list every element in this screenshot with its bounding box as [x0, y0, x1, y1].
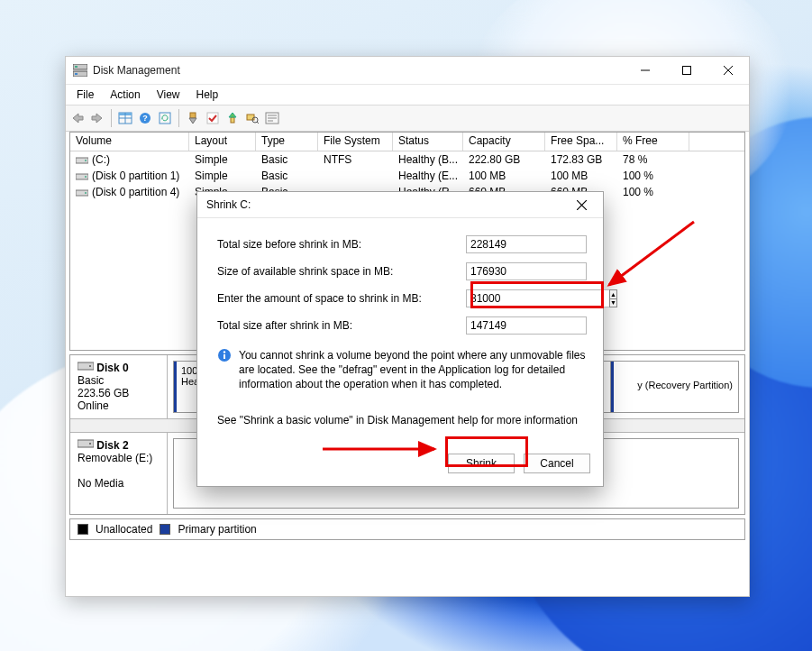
legend-swatch-primary: [160, 524, 170, 535]
desktop-background: Disk Management File Action View Help ?: [0, 0, 812, 651]
menu-action[interactable]: Action: [103, 86, 147, 104]
svg-rect-24: [78, 440, 94, 447]
up-icon[interactable]: [224, 110, 241, 126]
partition[interactable]: y (Recovery Partition): [611, 361, 739, 413]
svg-text:?: ?: [142, 114, 148, 123]
help-icon[interactable]: ?: [137, 110, 153, 126]
svg-rect-2: [75, 66, 78, 68]
forward-icon[interactable]: [89, 110, 105, 126]
label-available: Size of available shrink space in MB:: [217, 265, 466, 278]
col-volume[interactable]: Volume: [70, 133, 189, 151]
svg-point-23: [89, 365, 91, 367]
window-title: Disk Management: [93, 64, 180, 77]
disk-icon: [78, 438, 94, 449]
close-button[interactable]: [707, 57, 749, 84]
shrink-dialog: Shrink C: Total size before shrink in MB…: [196, 191, 604, 487]
svg-rect-11: [207, 113, 218, 124]
field-available: 176930: [466, 262, 587, 280]
table-header: Volume Layout Type File System Status Ca…: [70, 133, 744, 151]
legend: Unallocated Primary partition: [69, 518, 745, 540]
menu-help[interactable]: Help: [189, 86, 226, 104]
info-icon: [217, 348, 232, 362]
label-total-before: Total size before shrink in MB:: [217, 238, 466, 251]
view-list-icon[interactable]: [117, 110, 133, 126]
disk-icon: [78, 361, 94, 371]
drive-icon: [76, 188, 88, 198]
col-type[interactable]: Type: [256, 133, 318, 151]
properties-icon[interactable]: [264, 110, 280, 126]
svg-rect-4: [683, 67, 691, 75]
field-total-before: 228149: [466, 235, 587, 253]
toolbar: ?: [66, 105, 749, 132]
svg-rect-9: [160, 113, 170, 124]
svg-rect-10: [190, 113, 196, 118]
svg-point-21: [85, 192, 87, 194]
table-row[interactable]: (Disk 0 partition 1) Simple Basic Health…: [70, 168, 744, 184]
disk-title: Disk 0: [96, 362, 128, 374]
menu-file[interactable]: File: [69, 86, 101, 104]
col-free[interactable]: Free Spa...: [545, 133, 617, 151]
settings-icon[interactable]: [185, 110, 201, 126]
menubar: File Action View Help: [66, 85, 749, 105]
col-file-system[interactable]: File System: [318, 133, 393, 151]
dialog-titlebar[interactable]: Shrink C:: [197, 192, 603, 218]
spin-down-icon[interactable]: ▼: [610, 299, 616, 307]
maximize-button[interactable]: [666, 57, 707, 84]
shrink-button[interactable]: Shrink: [448, 454, 515, 473]
label-enter-amount: Enter the amount of space to shrink in M…: [217, 292, 466, 305]
svg-point-17: [85, 160, 87, 161]
refresh-icon[interactable]: [157, 110, 173, 126]
drive-icon: [76, 155, 88, 166]
spin-up-icon[interactable]: ▲: [610, 290, 616, 299]
svg-rect-22: [78, 362, 94, 370]
back-icon[interactable]: [69, 110, 86, 126]
label-total-after: Total size after shrink in MB:: [217, 319, 466, 332]
col-capacity[interactable]: Capacity: [463, 133, 545, 151]
svg-rect-3: [75, 73, 78, 75]
table-row[interactable]: (C:) Simple Basic NTFS Healthy (B... 222…: [70, 151, 744, 168]
svg-point-19: [85, 176, 87, 178]
dialog-close-button[interactable]: [569, 192, 594, 217]
dialog-title: Shrink C:: [206, 198, 251, 211]
cancel-button[interactable]: Cancel: [524, 454, 590, 473]
shrink-amount-stepper[interactable]: ▲ ▼: [466, 289, 587, 307]
col-layout[interactable]: Layout: [189, 133, 256, 151]
help-text: See "Shrink a basic volume" in Disk Mana…: [217, 414, 587, 426]
svg-rect-13: [247, 115, 254, 120]
info-text: You cannot shrink a volume beyond the po…: [239, 348, 587, 392]
legend-unallocated: Unallocated: [96, 523, 152, 536]
field-total-after: 147149: [466, 316, 587, 335]
titlebar[interactable]: Disk Management: [66, 57, 749, 85]
disk-title: Disk 2: [96, 439, 128, 452]
drive-icon: [76, 171, 88, 182]
check-icon[interactable]: [205, 110, 221, 126]
svg-rect-12: [231, 117, 234, 123]
minimize-button[interactable]: [625, 57, 666, 84]
col-pct-free[interactable]: % Free: [617, 133, 689, 151]
svg-point-28: [224, 351, 225, 353]
legend-primary: Primary partition: [178, 523, 256, 536]
menu-view[interactable]: View: [150, 86, 187, 104]
search-icon[interactable]: [244, 110, 260, 126]
shrink-amount-input[interactable]: [466, 289, 609, 307]
svg-rect-27: [224, 354, 225, 359]
col-status[interactable]: Status: [393, 133, 463, 151]
app-icon: [73, 64, 87, 77]
svg-point-25: [89, 443, 91, 445]
legend-swatch-unallocated: [78, 524, 88, 535]
